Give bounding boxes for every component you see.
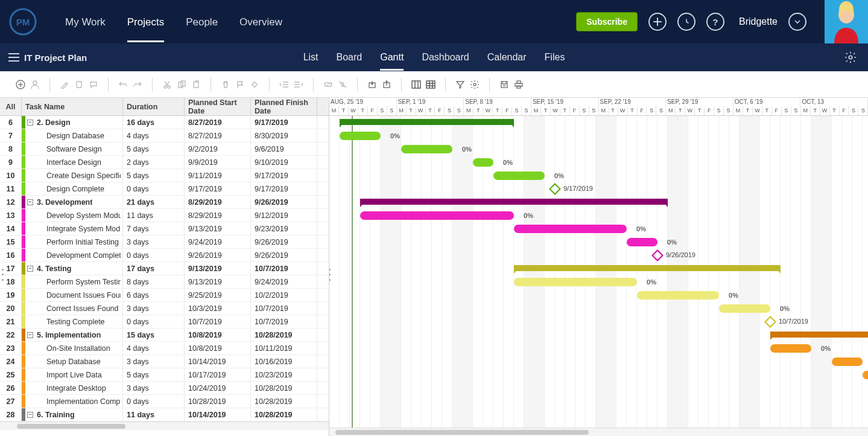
table-row[interactable]: 28−6. Training11 days10/14/201910/28/201… (0, 408, 329, 422)
header-task-name[interactable]: Task Name (22, 98, 123, 115)
table-row[interactable]: 26Integrate Desktop3 days10/24/201910/28… (0, 382, 329, 395)
link-icon[interactable] (322, 79, 334, 91)
summary-bar[interactable] (360, 199, 668, 205)
timeline-column (770, 116, 781, 436)
table-row[interactable]: 15Perform Initial Testing3 days9/24/2019… (0, 236, 329, 249)
task-bar[interactable]: 0% (514, 225, 627, 233)
nav-people[interactable]: People (186, 2, 218, 42)
tab-list[interactable]: List (303, 45, 318, 71)
unlink-icon[interactable] (337, 79, 349, 91)
timer-icon[interactable] (677, 13, 695, 31)
tab-gantt[interactable]: Gantt (380, 45, 404, 71)
edit-icon[interactable] (59, 79, 71, 91)
task-bar[interactable]: 0% (637, 291, 719, 300)
avatar[interactable] (825, 0, 868, 43)
milestone-icon[interactable] (249, 79, 261, 91)
nav-overview[interactable]: Overview (239, 2, 282, 42)
summary-bar[interactable] (514, 265, 781, 271)
task-bar[interactable]: 0% (473, 158, 493, 167)
table-row[interactable]: 20Correct Issues Found3 days10/3/201910/… (0, 302, 329, 315)
undo-icon[interactable] (117, 79, 129, 91)
table-row[interactable]: 11Design Complete0 days9/17/20199/17/201… (0, 182, 329, 196)
cut-icon[interactable] (161, 79, 173, 91)
header-planned-start[interactable]: Planned Start Date (185, 98, 251, 115)
filter-icon[interactable] (454, 79, 466, 91)
nav-projects[interactable]: Projects (127, 2, 164, 42)
task-bar[interactable] (832, 357, 863, 366)
print-icon[interactable] (513, 79, 525, 91)
task-bar[interactable]: 0% (627, 238, 657, 246)
task-bar[interactable]: 0% (514, 278, 637, 286)
collapse-icon[interactable]: − (27, 266, 33, 272)
table-row[interactable]: 27Implementation Complete0 days10/28/201… (0, 395, 329, 408)
settings-icon[interactable] (469, 79, 481, 91)
table-row[interactable]: 6−2. Design16 days8/27/20199/17/2019 (0, 116, 329, 129)
table-row[interactable]: 7Design Database4 days8/27/20198/30/2019 (0, 129, 329, 143)
table-row[interactable]: 14Integrate System Modules7 days9/13/201… (0, 222, 329, 236)
indent-icon[interactable] (293, 79, 305, 91)
duplicate-icon[interactable] (190, 79, 202, 91)
columns-icon[interactable] (410, 79, 422, 91)
subscribe-button[interactable]: Subscribe (576, 12, 638, 31)
add-task-icon[interactable] (14, 79, 27, 91)
task-bar[interactable] (863, 371, 868, 379)
table-row[interactable]: 22−5. Implementation15 days10/8/201910/2… (0, 329, 329, 342)
flag-icon[interactable] (234, 79, 246, 91)
planned-start-cell: 10/8/2019 (185, 329, 251, 341)
help-icon[interactable]: ? (706, 13, 724, 31)
grid-h-scrollbar[interactable] (0, 422, 329, 430)
delete-icon[interactable] (220, 79, 232, 91)
task-bar[interactable]: 0% (340, 132, 381, 140)
table-row[interactable]: 18Perform System Testing8 days9/13/20199… (0, 275, 329, 289)
table-row[interactable]: 8Software Design5 days9/2/20199/6/2019 (0, 143, 329, 156)
tab-dashboard[interactable]: Dashboard (422, 45, 469, 71)
task-bar[interactable]: 0% (360, 211, 514, 220)
task-bar[interactable]: 0% (719, 304, 770, 313)
table-row[interactable]: 21Testing Complete0 days10/7/201910/7/20… (0, 315, 329, 329)
hamburger-icon[interactable] (8, 53, 19, 62)
table-row[interactable]: 12−3. Development21 days8/29/20199/26/20… (0, 196, 329, 209)
header-planned-finish[interactable]: Planned Finish Date (251, 98, 317, 115)
left-edge-handle[interactable] (0, 267, 5, 283)
grid-icon[interactable] (425, 79, 437, 91)
collapse-icon[interactable]: − (27, 412, 33, 418)
save-icon[interactable] (498, 79, 510, 91)
summary-bar[interactable] (770, 332, 868, 338)
table-row[interactable]: 23On-Site Installation4 days10/8/201910/… (0, 342, 329, 355)
tab-files[interactable]: Files (545, 45, 565, 71)
nav-my-work[interactable]: My Work (65, 2, 106, 42)
collapse-icon[interactable]: − (27, 199, 33, 205)
add-icon[interactable] (648, 13, 667, 31)
user-menu-chevron-icon[interactable] (788, 13, 806, 31)
comment-icon[interactable] (87, 79, 100, 91)
table-row[interactable]: 19Document Issues Found6 days9/25/201910… (0, 289, 329, 302)
task-bar[interactable]: 0% (493, 172, 545, 180)
table-row[interactable]: 13Develop System Modules11 days8/29/2019… (0, 209, 329, 222)
import-icon[interactable] (366, 79, 378, 91)
assign-icon[interactable] (29, 79, 41, 91)
table-row[interactable]: 16Development Complete0 days9/26/20199/2… (0, 249, 329, 262)
table-row[interactable]: 25Import Live Data5 days10/17/201910/23/… (0, 368, 329, 382)
summary-bar[interactable] (340, 119, 514, 125)
tab-board[interactable]: Board (337, 45, 363, 71)
header-duration[interactable]: Duration (123, 98, 185, 115)
header-all[interactable]: All (0, 98, 22, 115)
collapse-icon[interactable]: − (27, 120, 33, 126)
export-icon[interactable] (381, 79, 393, 91)
table-row[interactable]: 24Setup Database3 days10/14/201910/16/20… (0, 355, 329, 368)
gear-icon[interactable] (844, 51, 857, 64)
redo-icon[interactable] (131, 79, 144, 91)
table-row[interactable]: 9Interface Design2 days9/9/20199/10/2019 (0, 156, 329, 169)
tab-calendar[interactable]: Calendar (487, 45, 527, 71)
planned-finish-cell: 9/17/2019 (251, 169, 317, 182)
day-label: W (416, 106, 426, 115)
collapse-icon[interactable]: − (27, 332, 33, 338)
outdent-icon[interactable] (278, 79, 290, 91)
gantt-h-scrollbar[interactable] (329, 428, 868, 436)
task-bar[interactable]: 0% (770, 344, 811, 353)
copy-icon[interactable] (73, 79, 85, 91)
paste-icon[interactable] (176, 79, 188, 91)
task-bar[interactable]: 0% (401, 145, 452, 153)
table-row[interactable]: 10Create Design Specificati5 days9/11/20… (0, 169, 329, 182)
table-row[interactable]: 17−4. Testing17 days9/13/201910/7/2019 (0, 262, 329, 275)
